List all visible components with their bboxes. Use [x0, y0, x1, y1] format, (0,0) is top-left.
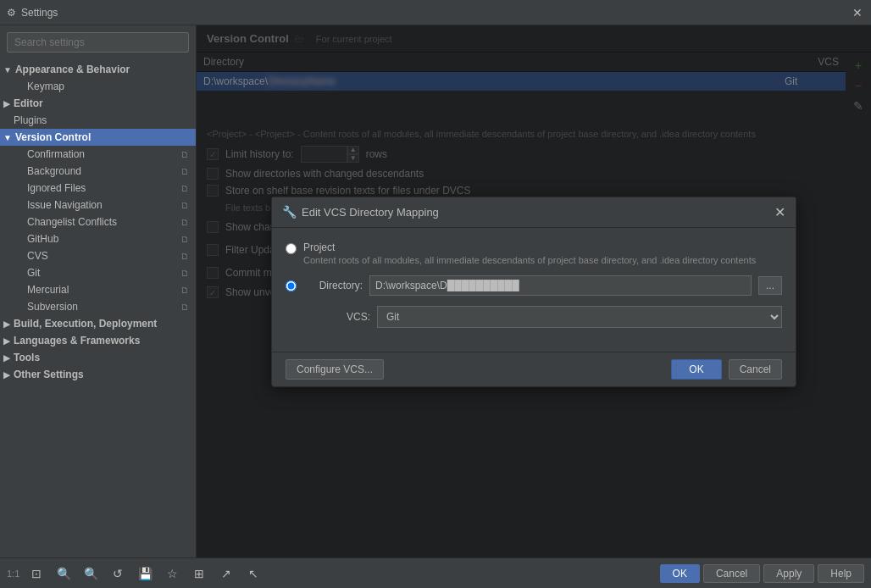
sidebar-item-label: Keymap [27, 80, 64, 92]
modal-title-bar: 🔧 Edit VCS Directory Mapping ✕ [272, 197, 796, 228]
sidebar-item-github[interactable]: GitHub 🗋 [0, 230, 196, 247]
modal-title: Edit VCS Directory Mapping [302, 206, 439, 219]
sidebar-item-label: Editor [14, 97, 43, 109]
modal-tool-icon: 🔧 [282, 205, 297, 219]
zoom-out-button[interactable]: 🔍 [80, 563, 101, 584]
sidebar-item-label: Background [27, 165, 81, 177]
configure-vcs-button[interactable]: Configure VCS... [286, 359, 384, 380]
sidebar-item-changelist-conflicts[interactable]: Changelist Conflicts 🗋 [0, 214, 196, 230]
directory-input[interactable] [369, 275, 752, 296]
help-button[interactable]: Help [818, 564, 864, 583]
chevron-down-icon: ▼ [3, 65, 12, 75]
sidebar-item-label: Git [27, 267, 40, 279]
sidebar-item-label: Other Settings [14, 369, 84, 380]
project-radio-desc: Content roots of all modules, all immedi… [303, 255, 756, 265]
sidebar-item-tools[interactable]: ▶ Tools [0, 349, 196, 366]
apply-button[interactable]: Apply [763, 564, 814, 583]
vcs-select[interactable]: Git [377, 306, 782, 328]
modal-title-left: 🔧 Edit VCS Directory Mapping [282, 205, 439, 219]
chevron-right-icon: ▶ [3, 370, 10, 380]
sidebar: ▼ Appearance & Behavior Keymap ▶ Editor … [0, 25, 197, 557]
settings-icon: ⚙ [7, 7, 16, 19]
sidebar-item-label: CVS [27, 250, 48, 262]
sidebar-item-label: Subversion [27, 301, 78, 313]
reset-button[interactable]: ↺ [108, 563, 128, 584]
sidebar-item-git[interactable]: Git 🗋 [0, 264, 196, 281]
chevron-right-icon: ▶ [3, 319, 10, 329]
directory-field-row: Directory: ... [286, 275, 782, 296]
sidebar-item-cvs[interactable]: CVS 🗋 [0, 247, 196, 264]
sidebar-item-label: Plugins [14, 114, 47, 126]
page-icon: 🗋 [180, 302, 189, 312]
save-button[interactable]: 💾 [135, 563, 155, 584]
page-icon: 🗋 [180, 269, 189, 278]
bottom-left: 1:1 ⊡ 🔍 🔍 ↺ 💾 ☆ ⊞ ↗ ↖ [7, 563, 264, 584]
sidebar-item-issue-navigation[interactable]: Issue Navigation 🗋 [0, 197, 196, 214]
main-layout: ▼ Appearance & Behavior Keymap ▶ Editor … [0, 25, 871, 557]
sidebar-item-appearance[interactable]: ▼ Appearance & Behavior [0, 61, 196, 78]
bottom-bar: 1:1 ⊡ 🔍 🔍 ↺ 💾 ☆ ⊞ ↗ ↖ OK Cancel Apply He… [0, 557, 871, 588]
cancel-button[interactable]: Cancel [703, 564, 760, 583]
bottom-right: OK Cancel Apply Help [660, 564, 864, 583]
edit-vcs-modal: 🔧 Edit VCS Directory Mapping ✕ Project C… [271, 197, 796, 387]
sidebar-item-background[interactable]: Background 🗋 [0, 163, 196, 180]
modal-close-button[interactable]: ✕ [774, 204, 785, 220]
window-close-button[interactable]: ✕ [851, 6, 864, 19]
search-input[interactable] [7, 32, 189, 53]
modal-footer: Configure VCS... OK Cancel [272, 352, 796, 386]
fit-page-button[interactable]: ⊡ [26, 563, 47, 584]
page-icon: 🗋 [180, 201, 189, 210]
project-radio-row: Project Content roots of all modules, al… [286, 241, 782, 265]
page-icon: 🗋 [180, 150, 189, 159]
sidebar-item-label: Version Control [15, 131, 91, 143]
page-icon: 🗋 [180, 235, 189, 244]
sidebar-item-confirmation[interactable]: Confirmation 🗋 [0, 146, 196, 163]
sidebar-item-label: Mercurial [27, 284, 69, 296]
page-icon: 🗋 [180, 218, 189, 227]
sidebar-item-plugins[interactable]: Plugins [0, 112, 196, 129]
zoom-in-button[interactable]: 🔍 [53, 563, 74, 584]
grid-button[interactable]: ⊞ [189, 563, 209, 584]
chevron-right-icon: ▶ [3, 99, 10, 108]
sidebar-item-build-execution[interactable]: ▶ Build, Execution, Deployment [0, 315, 196, 332]
zoom-level: 1:1 [7, 569, 19, 579]
sidebar-item-subversion[interactable]: Subversion 🗋 [0, 298, 196, 315]
browse-button[interactable]: ... [758, 276, 782, 295]
sidebar-item-label: Issue Navigation [27, 199, 103, 211]
modal-cancel-button[interactable]: Cancel [729, 359, 782, 380]
sidebar-item-label: Build, Execution, Deployment [14, 318, 157, 330]
modal-overlay: 🔧 Edit VCS Directory Mapping ✕ Project C… [197, 25, 871, 557]
cursor-button[interactable]: ↖ [243, 563, 264, 584]
modal-footer-right: OK Cancel [671, 359, 782, 380]
sidebar-item-languages-frameworks[interactable]: ▶ Languages & Frameworks [0, 332, 196, 349]
sidebar-item-label: Appearance & Behavior [15, 64, 130, 75]
share-button[interactable]: ↗ [216, 563, 236, 584]
ok-button[interactable]: OK [660, 564, 700, 583]
title-bar: ⚙ Settings ✕ [0, 0, 871, 25]
sidebar-item-label: GitHub [27, 233, 58, 245]
modal-footer-left: Configure VCS... [286, 359, 384, 380]
sidebar-item-keymap[interactable]: Keymap [0, 78, 196, 95]
vcs-label: VCS: [311, 311, 370, 323]
sidebar-item-editor[interactable]: ▶ Editor [0, 95, 196, 112]
chevron-right-icon: ▶ [3, 353, 10, 363]
sidebar-item-other-settings[interactable]: ▶ Other Settings [0, 366, 196, 383]
project-radio[interactable] [286, 243, 297, 254]
bookmark-button[interactable]: ☆ [162, 563, 182, 584]
page-icon: 🗋 [180, 252, 189, 261]
sidebar-item-label: Tools [14, 352, 40, 363]
directory-label: Directory: [303, 280, 363, 291]
chevron-down-icon: ▼ [3, 133, 12, 142]
page-icon: 🗋 [180, 167, 189, 176]
project-radio-label: Project [303, 241, 756, 253]
vcs-field-row: VCS: Git [286, 306, 782, 328]
sidebar-item-label: Ignored Files [27, 182, 86, 194]
sidebar-item-ignored-files[interactable]: Ignored Files 🗋 [0, 180, 196, 197]
directory-radio[interactable] [286, 280, 297, 291]
window-title: Settings [21, 7, 58, 19]
sidebar-item-version-control[interactable]: ▼ Version Control [0, 129, 196, 146]
modal-ok-button[interactable]: OK [671, 359, 721, 380]
page-icon: 🗋 [180, 286, 189, 295]
modal-body: Project Content roots of all modules, al… [272, 228, 796, 352]
sidebar-item-mercurial[interactable]: Mercurial 🗋 [0, 281, 196, 298]
